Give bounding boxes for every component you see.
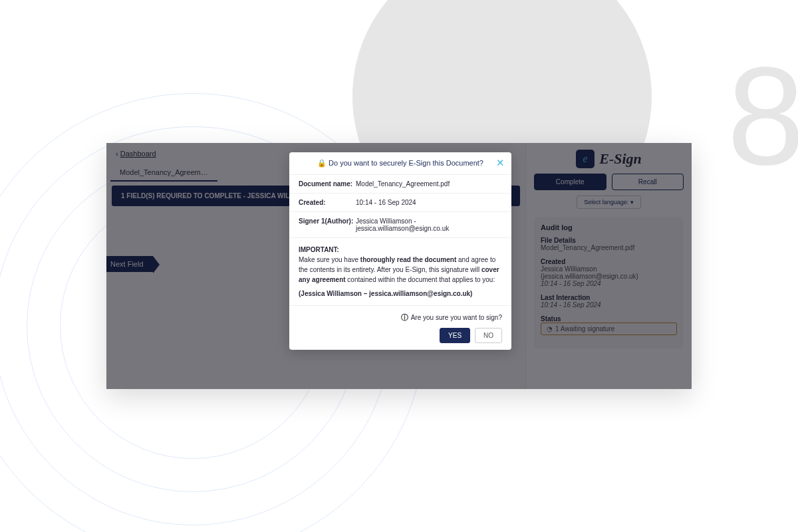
important-label: IMPORTANT	[299, 246, 337, 253]
signer-label: Signer 1(Author):	[299, 217, 356, 232]
modal-created-value: 10:14 - 16 Sep 2024	[356, 199, 502, 206]
close-icon[interactable]: ✕	[496, 158, 505, 168]
signer-value: Jessica Williamson - jessica.williamson@…	[356, 217, 502, 232]
modal-header: 🔒 Do you want to securely E-Sign this Do…	[289, 152, 511, 175]
modal-buttons: YES NO	[299, 328, 502, 343]
modal-title: Do you want to securely E-Sign this Docu…	[329, 159, 483, 167]
body-text: Make sure you have	[299, 256, 360, 263]
modal-row-doc-name: Document name: Model_Tenancy_Agreement.p…	[289, 175, 511, 194]
no-button[interactable]: NO	[475, 328, 502, 343]
modal-footer: Are you sure you want to sign? YES NO	[289, 306, 511, 350]
confirm-question: Are you sure you want to sign?	[299, 313, 502, 323]
modal-created-label: Created:	[299, 199, 356, 206]
bg-eight-glyph: 8	[727, 47, 798, 186]
lock-icon: 🔒	[317, 159, 327, 167]
body-strong-1: thoroughly read the document	[360, 256, 456, 263]
body-text-3: contained within the document that appli…	[346, 276, 495, 283]
modal-row-signer: Signer 1(Author): Jessica Williamson - j…	[289, 212, 511, 238]
doc-name-label: Document name:	[299, 180, 356, 188]
yes-button[interactable]: YES	[440, 328, 470, 343]
app-window: ‹ Dashboard Model_Tenancy_Agreem… 1 FIEL…	[106, 143, 692, 389]
signer-identity: (Jessica Williamson – jessica.williamson…	[299, 289, 502, 299]
doc-name-value: Model_Tenancy_Agreement.pdf	[356, 180, 502, 188]
modal-row-created: Created: 10:14 - 16 Sep 2024	[289, 194, 511, 212]
sign-confirm-modal: 🔒 Do you want to securely E-Sign this Do…	[289, 152, 511, 350]
modal-body: IMPORTANT: Make sure you have thoroughly…	[289, 238, 511, 306]
